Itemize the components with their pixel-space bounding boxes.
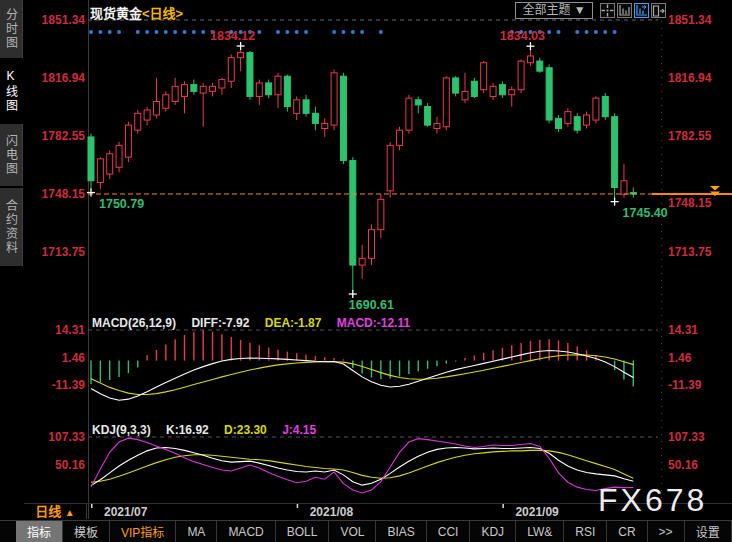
- macd-name: MACD(26,12,9): [92, 316, 176, 330]
- svg-text:-11.39: -11.39: [668, 378, 702, 392]
- svg-text:1.46: 1.46: [668, 351, 692, 365]
- svg-text:14.31: 14.31: [55, 323, 85, 337]
- footer-tab-5[interactable]: BOLL: [276, 521, 330, 542]
- svg-text:50.16: 50.16: [55, 458, 85, 472]
- svg-text:1713.75: 1713.75: [668, 245, 712, 259]
- svg-text:1782.55: 1782.55: [42, 129, 86, 143]
- theme-dropdown[interactable]: 全部主题 ▼: [515, 2, 593, 19]
- detach-window-icon[interactable]: [651, 3, 666, 18]
- footer-spacer: [0, 521, 16, 542]
- macd-diff: DIFF:-7.92: [191, 316, 249, 330]
- svg-text:107.33: 107.33: [48, 430, 85, 444]
- pan-crosshair-icon[interactable]: [600, 3, 615, 18]
- kdj-name: KDJ(9,3,3): [92, 423, 151, 437]
- footer-tab-6[interactable]: VOL: [329, 521, 376, 542]
- kdj-d: D:23.30: [224, 423, 267, 437]
- period-up-arrow-icon: ▲: [65, 507, 75, 518]
- sidebar-item-2[interactable]: 闪电图: [0, 124, 23, 186]
- svg-text:1690.61: 1690.61: [349, 298, 394, 312]
- chart-canvas[interactable]: 1748.151851.341851.341816.941816.941782.…: [0, 0, 732, 520]
- footer-tab-14[interactable]: 设置: [685, 521, 732, 542]
- footer-tab-11[interactable]: RSI: [564, 521, 607, 542]
- svg-text:1834.12: 1834.12: [210, 29, 255, 43]
- app-window: 1748.151851.341851.341816.941816.941782.…: [0, 0, 732, 542]
- chart-type-sidebar: 分时图K线图闪电图合约资料: [0, 0, 23, 300]
- kdj-j: J:4.15: [282, 423, 316, 437]
- chart-toolbar: [600, 3, 666, 18]
- svg-text:1713.75: 1713.75: [42, 245, 86, 259]
- footer-tab-0[interactable]: 指标: [16, 521, 63, 542]
- svg-text:1816.94: 1816.94: [42, 71, 86, 85]
- instrument-name: 现货黄金: [90, 6, 142, 21]
- theme-dropdown-label: 全部主题: [522, 3, 570, 17]
- svg-text:14.31: 14.31: [668, 323, 698, 337]
- macd-value: MACD:-12.11: [337, 316, 410, 330]
- period-selector[interactable]: 日线 ▲: [24, 504, 87, 519]
- macd-readout: MACD(26,12,9) DIFF:-7.92 DEA:-1.87 MACD:…: [92, 316, 422, 330]
- footer-tab-10[interactable]: LW&: [516, 521, 564, 542]
- svg-text:1834.03: 1834.03: [500, 29, 545, 43]
- footer-tab-12[interactable]: CR: [607, 521, 647, 542]
- period-selector-label: 日线: [35, 504, 61, 519]
- chart-title: 现货黄金<日线>: [90, 3, 183, 22]
- footer-tab-13[interactable]: >>: [648, 521, 685, 542]
- svg-text:1748.15: 1748.15: [668, 196, 712, 210]
- svg-text:1748.15: 1748.15: [42, 187, 86, 201]
- kdj-readout: KDJ(9,3,3) K:16.92 D:23.30 J:4.15: [92, 423, 328, 437]
- svg-text:2021/07: 2021/07: [104, 505, 148, 519]
- kdj-k: K:16.92: [166, 423, 209, 437]
- footer-tab-8[interactable]: CCI: [427, 521, 471, 542]
- axis-scale-icon[interactable]: [617, 3, 632, 18]
- svg-text:1750.79: 1750.79: [99, 197, 144, 211]
- svg-text:1816.94: 1816.94: [668, 71, 712, 85]
- indicator-toolbar: 指标模板VIP指标MAMACDBOLLVOLBIASCCIKDJLW&RSICR…: [0, 520, 732, 542]
- footer-tab-3[interactable]: MA: [176, 521, 217, 542]
- period-tag: <日线>: [142, 6, 183, 21]
- footer-tab-9[interactable]: KDJ: [470, 521, 516, 542]
- svg-text:1782.55: 1782.55: [668, 129, 712, 143]
- svg-text:50.16: 50.16: [668, 458, 698, 472]
- sidebar-item-3[interactable]: 合约资料: [0, 188, 23, 266]
- footer-tab-1[interactable]: 模板: [63, 521, 110, 542]
- sidebar-item-1[interactable]: K线图: [0, 60, 23, 122]
- svg-text:1851.34: 1851.34: [668, 13, 712, 27]
- dropdown-arrow-icon: ▼: [574, 3, 586, 17]
- svg-text:1851.34: 1851.34: [42, 13, 86, 27]
- footer-tab-7[interactable]: BIAS: [376, 521, 426, 542]
- svg-text:-11.39: -11.39: [52, 378, 86, 392]
- svg-text:1745.40: 1745.40: [623, 206, 668, 220]
- svg-text:2021/08: 2021/08: [310, 505, 354, 519]
- svg-text:107.33: 107.33: [668, 430, 705, 444]
- footer-tab-4[interactable]: MACD: [217, 521, 275, 542]
- watermark: FX678: [598, 484, 707, 516]
- footer-tab-2[interactable]: VIP指标: [110, 521, 176, 542]
- svg-text:1.46: 1.46: [62, 351, 86, 365]
- macd-dea: DEA:-1.87: [265, 316, 322, 330]
- sidebar-item-0[interactable]: 分时图: [0, 0, 23, 58]
- svg-text:2021/09: 2021/09: [515, 505, 559, 519]
- axis-scale-active-icon[interactable]: [634, 3, 649, 18]
